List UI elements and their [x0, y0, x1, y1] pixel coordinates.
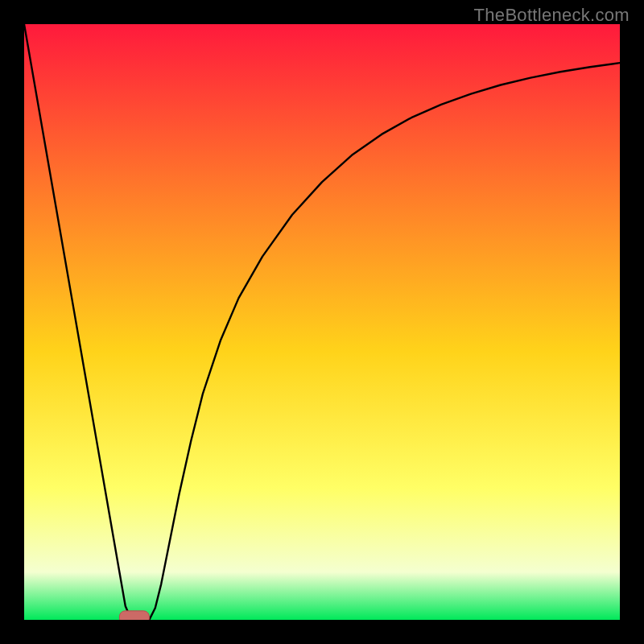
optimum-marker: [119, 611, 149, 620]
gradient-background: [24, 24, 620, 620]
watermark-text: TheBottleneck.com: [474, 5, 630, 26]
chart-svg: [24, 24, 620, 620]
chart-frame: TheBottleneck.com: [0, 0, 644, 644]
plot-area: [24, 24, 620, 620]
